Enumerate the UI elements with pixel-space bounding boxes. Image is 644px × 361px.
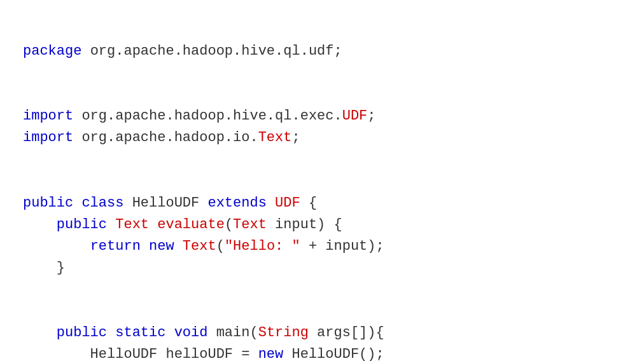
code-token: void bbox=[174, 325, 216, 341]
code-token: return bbox=[90, 238, 149, 254]
code-line: package org.apache.hadoop.hive.ql.udf; bbox=[23, 41, 621, 62]
code-token: new bbox=[258, 346, 292, 361]
code-token: } bbox=[23, 260, 65, 276]
code-block: package org.apache.hadoop.hive.ql.udf; i… bbox=[23, 19, 621, 361]
code-token bbox=[23, 238, 90, 254]
code-token: public bbox=[57, 325, 115, 341]
code-token: Text bbox=[233, 217, 267, 233]
code-token: UDF bbox=[275, 195, 300, 211]
code-token: org.apache.hadoop.hive.ql.udf; bbox=[90, 43, 342, 59]
code-token: HelloUDF(); bbox=[291, 346, 384, 361]
code-line: import org.apache.hadoop.io.Text; bbox=[23, 127, 621, 149]
code-line: import org.apache.hadoop.hive.ql.exec.UD… bbox=[23, 106, 621, 127]
code-line bbox=[23, 149, 621, 171]
code-token: extends bbox=[207, 195, 275, 211]
code-token: public bbox=[23, 195, 81, 211]
code-token: Text bbox=[115, 217, 149, 233]
code-token: + input); bbox=[300, 238, 384, 254]
code-token bbox=[149, 217, 157, 233]
code-token: HelloUDF helloUDF = bbox=[23, 346, 258, 361]
code-token: import bbox=[23, 108, 81, 124]
code-token: main( bbox=[216, 325, 258, 341]
code-line bbox=[23, 84, 621, 106]
code-line bbox=[23, 279, 621, 301]
code-token: input) { bbox=[267, 217, 342, 233]
code-token: package bbox=[23, 43, 90, 59]
code-token: ; bbox=[291, 130, 300, 146]
code-token: org.apache.hadoop.io. bbox=[81, 130, 258, 146]
code-token: HelloUDF bbox=[132, 195, 208, 211]
code-line: } bbox=[23, 257, 621, 279]
code-token: import bbox=[23, 130, 81, 146]
code-line: HelloUDF helloUDF = new HelloUDF(); bbox=[23, 344, 621, 361]
code-token: ( bbox=[225, 217, 233, 233]
code-token: org.apache.hadoop.hive.ql.exec. bbox=[81, 108, 342, 124]
code-token: evaluate bbox=[157, 217, 225, 233]
code-token: { bbox=[300, 195, 317, 211]
code-line bbox=[23, 62, 621, 84]
code-token: ( bbox=[216, 238, 225, 254]
code-line bbox=[23, 301, 621, 322]
code-line: public Text evaluate(Text input) { bbox=[23, 214, 621, 236]
code-token: "Hello: " bbox=[225, 238, 300, 254]
code-token bbox=[23, 325, 57, 341]
code-token bbox=[23, 217, 57, 233]
code-token: UDF bbox=[342, 108, 368, 124]
code-line: return new Text("Hello: " + input); bbox=[23, 236, 621, 257]
code-token: class bbox=[81, 195, 132, 211]
code-token: args[]){ bbox=[309, 325, 384, 341]
code-token: new bbox=[149, 238, 183, 254]
code-line: public class HelloUDF extends UDF { bbox=[23, 193, 621, 214]
code-token: Text bbox=[258, 130, 292, 146]
code-token: public bbox=[57, 217, 115, 233]
code-token: String bbox=[258, 325, 309, 341]
code-token: static bbox=[115, 325, 174, 341]
code-line bbox=[23, 171, 621, 193]
code-token: Text bbox=[183, 238, 216, 254]
code-line: public static void main(String args[]){ bbox=[23, 322, 621, 344]
code-token: ; bbox=[367, 108, 375, 124]
